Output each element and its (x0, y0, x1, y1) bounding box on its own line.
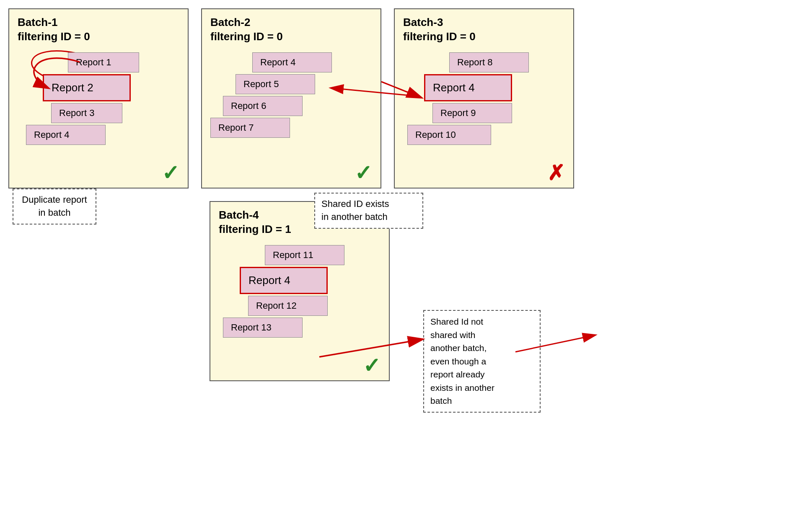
report-card: Report 13 (223, 318, 303, 338)
report-card-highlighted: Report 4 (424, 74, 512, 101)
report-card: Report 1 (68, 52, 139, 72)
list-item: Report 10 (407, 125, 565, 145)
list-item: Report 11 (265, 245, 380, 265)
batch-2-title: Batch-2 filtering ID = 0 (210, 15, 372, 44)
list-item: Report 2 (43, 74, 179, 101)
batch-4-reports: Report 11 Report 4 Report 12 Report 13 (219, 245, 380, 338)
main-container: Batch-1 filtering ID = 0 Report 1 Report… (0, 0, 805, 532)
batch-1-title: Batch-1 filtering ID = 0 (18, 15, 179, 44)
check-icon: ✓ (162, 163, 179, 183)
list-item: Report 9 (432, 103, 565, 123)
batch-3-box: Batch-3 filtering ID = 0 Report 8 Report… (394, 8, 574, 189)
report-card: Report 8 (449, 52, 529, 72)
batch-1-box: Batch-1 filtering ID = 0 Report 1 Report… (8, 8, 189, 189)
report-card: Report 4 (252, 52, 332, 72)
report-card: Report 10 (407, 125, 491, 145)
report-card-highlighted: Report 2 (43, 74, 131, 101)
list-item: Report 5 (236, 74, 372, 94)
annotation-duplicate: Duplicate reportin batch (13, 189, 96, 225)
report-card: Report 5 (236, 74, 315, 94)
batch-3-reports: Report 8 Report 4 Report 9 Report 10 (403, 52, 565, 145)
top-row: Batch-1 filtering ID = 0 Report 1 Report… (8, 8, 797, 189)
list-item: Report 6 (223, 96, 372, 116)
list-item: Report 13 (223, 318, 380, 338)
batch-2-box: Batch-2 filtering ID = 0 Report 4 Report… (201, 8, 381, 189)
list-item: Report 8 (449, 52, 565, 72)
batch-2-reports: Report 4 Report 5 Report 6 Report 7 (210, 52, 372, 138)
x-icon: ✗ (547, 163, 565, 183)
report-card: Report 3 (51, 103, 122, 123)
annotation-shared-id-not-shared: Shared Id notshared withanother batch,ev… (423, 310, 541, 413)
list-item: Report 4 (240, 267, 380, 294)
list-item: Report 4 (424, 74, 565, 101)
list-item: Report 3 (51, 103, 179, 123)
check-icon: ✓ (355, 163, 372, 183)
list-item: Report 4 (252, 52, 372, 72)
list-item: Report 1 (68, 52, 179, 72)
report-card: Report 9 (432, 103, 512, 123)
report-card: Report 6 (223, 96, 303, 116)
batch-3-title: Batch-3 filtering ID = 0 (403, 15, 565, 44)
report-card: Report 11 (265, 245, 344, 265)
list-item: Report 4 (26, 125, 179, 145)
report-card-highlighted: Report 4 (240, 267, 328, 294)
batch-1-reports: Report 1 Report 2 Report 3 Report 4 (18, 52, 179, 145)
check-icon: ✓ (363, 355, 380, 376)
report-card: Report 4 (26, 125, 106, 145)
list-item: Report 12 (248, 296, 380, 316)
report-card: Report 7 (210, 118, 290, 138)
report-card: Report 12 (248, 296, 328, 316)
annotation-shared-id: Shared ID existsin another batch (314, 193, 423, 229)
list-item: Report 7 (210, 118, 372, 138)
